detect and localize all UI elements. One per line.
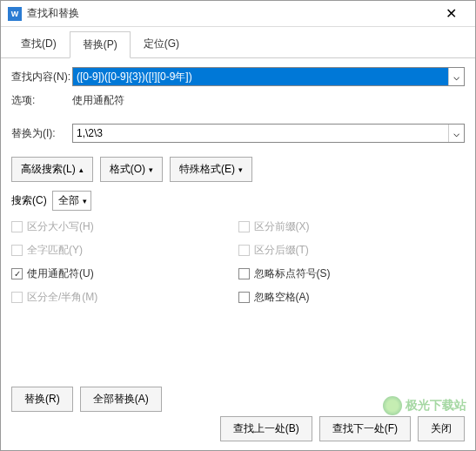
close-icon[interactable]: ✕ xyxy=(433,2,468,26)
check-space[interactable]: 忽略空格(A) xyxy=(238,290,466,305)
format-button[interactable]: 格式(O)▾ xyxy=(100,157,163,182)
replace-input[interactable] xyxy=(73,125,448,142)
check-prefix: 区分前缀(X) xyxy=(238,219,466,234)
check-width-label: 区分全/半角(M) xyxy=(27,290,97,305)
checkbox-icon[interactable] xyxy=(238,292,250,303)
window-title: 查找和替换 xyxy=(27,6,433,21)
chevron-down-icon[interactable]: ⌵ xyxy=(448,68,464,85)
special-format-label: 特殊格式(E) xyxy=(179,162,235,177)
advanced-search-button[interactable]: 高级搜索(L)▴ xyxy=(11,157,93,182)
find-next-button[interactable]: 查找下一处(F) xyxy=(319,416,411,441)
search-scope-value: 全部 xyxy=(58,193,79,208)
search-scope-label: 搜索(C) xyxy=(11,193,47,208)
chevron-up-icon: ▴ xyxy=(79,165,84,174)
replace-all-button[interactable]: 全部替换(A) xyxy=(80,387,162,412)
app-icon: W xyxy=(8,7,22,21)
check-case-label: 区分大小写(H) xyxy=(27,219,94,234)
check-width: 区分全/半角(M) xyxy=(11,290,238,305)
close-button[interactable]: 关闭 xyxy=(418,416,465,441)
checkbox-icon xyxy=(238,221,250,232)
check-whole-label: 全字匹配(Y) xyxy=(27,243,83,258)
search-scope-combo[interactable]: 全部▾ xyxy=(52,191,91,211)
special-format-button[interactable]: 特殊格式(E)▾ xyxy=(170,157,252,182)
watermark: 极光下载站 xyxy=(383,396,466,415)
checkbox-icon xyxy=(11,221,23,232)
options-value: 使用通配符 xyxy=(72,93,124,108)
check-punctuation[interactable]: 忽略标点符号(S) xyxy=(238,266,466,281)
replace-label: 替换为(I): xyxy=(11,126,72,141)
check-prefix-label: 区分前缀(X) xyxy=(254,219,310,234)
checkbox-checked-icon[interactable] xyxy=(11,268,23,279)
check-suffix: 区分后缀(T) xyxy=(238,243,466,258)
find-label: 查找内容(N): xyxy=(11,70,72,84)
find-prev-button[interactable]: 查找上一处(B) xyxy=(220,416,312,441)
checkbox-icon xyxy=(11,292,23,303)
tab-bar: 查找(D) 替换(P) 定位(G) xyxy=(1,27,475,58)
options-label: 选项: xyxy=(11,93,72,108)
chevron-down-icon[interactable]: ⌵ xyxy=(448,125,464,142)
check-case: 区分大小写(H) xyxy=(11,219,238,234)
check-whole-word: 全字匹配(Y) xyxy=(11,243,238,258)
chevron-down-icon: ▾ xyxy=(238,165,243,174)
advanced-search-label: 高级搜索(L) xyxy=(21,162,76,177)
find-input[interactable] xyxy=(73,68,448,85)
checkbox-icon xyxy=(11,245,23,256)
check-wildcard[interactable]: 使用通配符(U) xyxy=(11,266,238,281)
checkbox-icon xyxy=(238,245,250,256)
watermark-text: 极光下载站 xyxy=(406,398,466,414)
chevron-down-icon: ▾ xyxy=(83,197,87,205)
check-punct-label: 忽略标点符号(S) xyxy=(254,266,331,281)
tab-goto[interactable]: 定位(G) xyxy=(131,30,192,57)
check-wildcard-label: 使用通配符(U) xyxy=(27,266,94,281)
check-suffix-label: 区分后缀(T) xyxy=(254,243,309,258)
watermark-icon xyxy=(383,396,402,415)
replace-combo[interactable]: ⌵ xyxy=(72,124,465,143)
tab-find[interactable]: 查找(D) xyxy=(8,30,70,57)
tab-replace[interactable]: 替换(P) xyxy=(70,31,131,58)
replace-button[interactable]: 替换(R) xyxy=(11,387,73,412)
chevron-down-icon: ▾ xyxy=(149,165,153,174)
find-combo[interactable]: ⌵ xyxy=(72,67,465,86)
checkbox-icon[interactable] xyxy=(238,268,250,279)
check-space-label: 忽略空格(A) xyxy=(254,290,310,305)
format-label: 格式(O) xyxy=(110,162,145,177)
